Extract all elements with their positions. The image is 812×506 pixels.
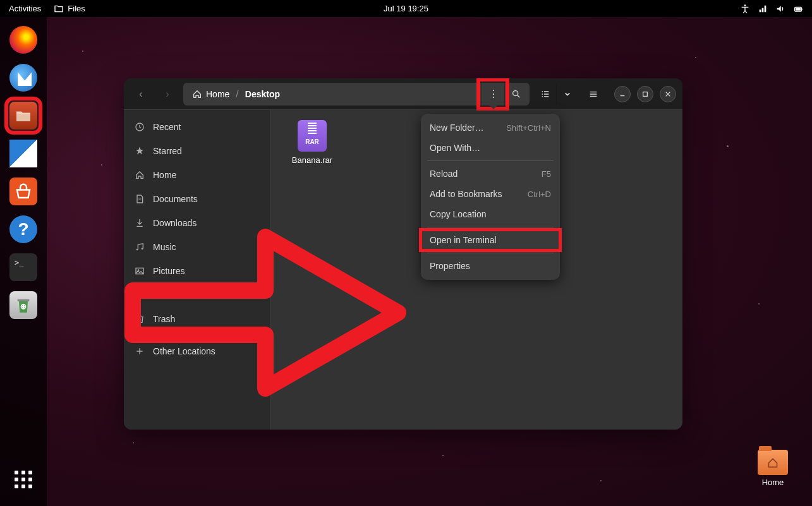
network-icon[interactable] — [758, 4, 768, 14]
chevron-down-icon — [564, 91, 571, 97]
menu-shortcut: Shift+Ctrl+N — [506, 123, 551, 133]
svg-rect-2 — [801, 8, 802, 10]
menu-label: Reload — [430, 169, 458, 179]
view-dropdown-button[interactable] — [556, 83, 578, 105]
menu-open-terminal[interactable]: Open in Terminal — [421, 230, 560, 250]
file-item[interactable]: RAR Banana.rar — [281, 120, 344, 165]
picture-icon — [134, 265, 145, 277]
sidebar-item-label: Trash — [153, 314, 175, 324]
minimize-button[interactable] — [614, 86, 631, 102]
sidebar: Recent Starred Home Documents Downloads … — [124, 110, 270, 430]
music-icon — [134, 241, 145, 253]
current-app-indicator[interactable]: Files — [54, 4, 85, 14]
hamburger-icon — [588, 89, 598, 99]
menu-separator — [427, 253, 554, 253]
sidebar-item-label: Videos — [153, 290, 180, 300]
menu-label: Add to Bookmarks — [430, 189, 502, 199]
path-bar[interactable]: Home / Desktop ⋮ — [183, 83, 530, 105]
menu-separator — [427, 160, 554, 161]
home-icon — [134, 169, 145, 181]
window-titlebar: ‹ › Home / Desktop ⋮ — [124, 78, 682, 110]
hamburger-menu-button[interactable] — [583, 83, 604, 105]
sidebar-other-locations[interactable]: Other Locations — [124, 339, 270, 363]
sidebar-item-label: Recent — [153, 122, 181, 132]
volume-icon[interactable] — [775, 4, 785, 14]
svg-point-10 — [136, 249, 138, 251]
sidebar-music[interactable]: Music — [124, 235, 270, 259]
forward-button: › — [157, 83, 178, 105]
rar-file-icon: RAR — [298, 120, 327, 152]
top-panel: Activities Files Jul 19 19:25 — [0, 0, 812, 17]
folder-menu-button[interactable]: ⋮ — [482, 83, 504, 105]
menu-copy-location[interactable]: Copy Location — [421, 204, 560, 224]
dock-trash[interactable] — [7, 289, 40, 322]
menu-label: New Folder… — [430, 123, 484, 133]
home-icon — [767, 457, 779, 468]
path-current[interactable]: Desktop — [239, 89, 286, 99]
sidebar-item-label: Pictures — [153, 266, 185, 276]
dock-files[interactable] — [7, 99, 40, 132]
dock-help[interactable]: ? — [7, 213, 40, 246]
file-name-label: Banana.rar — [292, 155, 332, 165]
plus-icon — [134, 346, 145, 357]
sidebar-pictures[interactable]: Pictures — [124, 259, 270, 283]
show-apps-button[interactable] — [7, 463, 40, 496]
svg-point-11 — [142, 248, 143, 250]
activities-button[interactable]: Activities — [9, 4, 41, 13]
path-home[interactable]: Home — [186, 89, 236, 99]
menu-new-folder[interactable]: New Folder…Shift+Ctrl+N — [421, 117, 560, 138]
desktop-home-label: Home — [762, 478, 784, 487]
menu-label: Copy Location — [430, 209, 487, 219]
sidebar-documents[interactable]: Documents — [124, 187, 270, 211]
battery-icon[interactable] — [793, 4, 803, 14]
dock-libreoffice-writer[interactable] — [7, 137, 40, 170]
menu-label: Open With… — [430, 143, 480, 153]
view-list-button[interactable] — [535, 83, 556, 105]
sidebar-item-label: Starred — [153, 146, 182, 156]
download-icon — [134, 217, 145, 229]
sidebar-home[interactable]: Home — [124, 163, 270, 187]
svg-rect-3 — [796, 8, 801, 10]
clock-icon — [134, 121, 145, 133]
clock[interactable]: Jul 19 19:25 — [384, 4, 428, 13]
menu-shortcut: Ctrl+D — [528, 190, 551, 199]
folder-icon — [54, 4, 64, 14]
dock-ubuntu-software[interactable] — [7, 175, 40, 208]
menu-label: Properties — [430, 261, 470, 271]
current-app-label: Files — [68, 4, 85, 13]
svg-point-7 — [512, 90, 518, 95]
sidebar-separator — [131, 335, 262, 335]
svg-point-0 — [744, 4, 746, 6]
menu-shortcut: F5 — [542, 169, 551, 179]
close-button[interactable] — [660, 86, 676, 102]
back-button[interactable]: ‹ — [130, 83, 152, 105]
dock: ? >_ — [0, 17, 47, 506]
folder-context-menu: New Folder…Shift+Ctrl+N Open With… Reloa… — [421, 114, 560, 280]
path-home-label: Home — [206, 89, 229, 99]
video-icon — [134, 289, 145, 301]
sidebar-downloads[interactable]: Downloads — [124, 211, 270, 235]
dock-firefox[interactable] — [7, 23, 40, 56]
sidebar-starred[interactable]: Starred — [124, 139, 270, 163]
dock-thunderbird[interactable] — [7, 61, 40, 94]
sidebar-item-label: Music — [153, 242, 176, 252]
sidebar-item-label: Documents — [153, 194, 198, 204]
sidebar-videos[interactable]: Videos — [124, 283, 270, 307]
sidebar-trash[interactable]: Trash — [124, 307, 270, 331]
svg-rect-4 — [16, 114, 30, 121]
search-button[interactable] — [504, 83, 527, 105]
maximize-button[interactable] — [637, 86, 653, 102]
sidebar-item-label: Other Locations — [153, 346, 215, 356]
dock-terminal[interactable]: >_ — [7, 251, 40, 284]
home-icon — [192, 89, 202, 99]
menu-open-with[interactable]: Open With… — [421, 138, 560, 158]
menu-add-bookmarks[interactable]: Add to BookmarksCtrl+D — [421, 184, 560, 204]
accessibility-icon[interactable] — [740, 4, 750, 14]
search-icon — [511, 89, 521, 99]
path-current-label: Desktop — [245, 89, 280, 99]
menu-properties[interactable]: Properties — [421, 256, 560, 276]
desktop-home-folder[interactable]: Home — [758, 450, 788, 487]
sidebar-recent[interactable]: Recent — [124, 115, 270, 139]
star-icon — [134, 145, 145, 157]
menu-reload[interactable]: ReloadF5 — [421, 164, 560, 184]
